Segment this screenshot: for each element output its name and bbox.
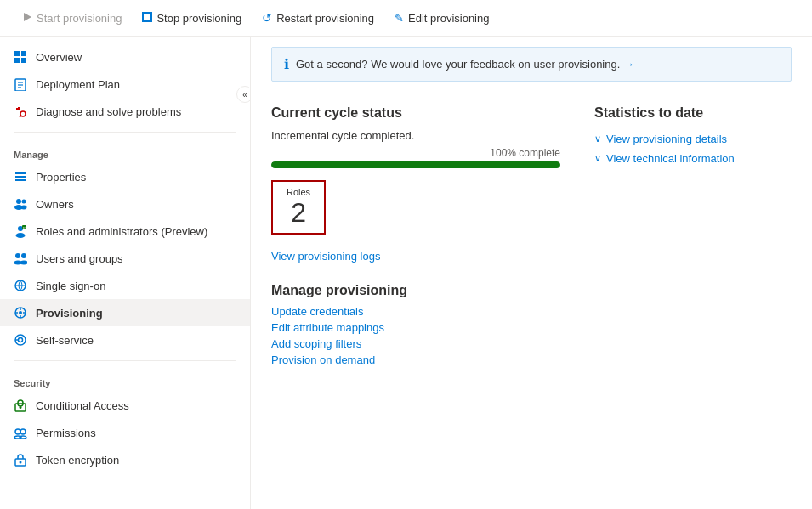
sidebar-item-label: Conditional Access <box>36 399 129 412</box>
top-toolbar: Start provisioning Stop provisioning ↺ R… <box>0 0 812 37</box>
sidebar-item-label: Overview <box>36 51 82 64</box>
sidebar-divider-2 <box>14 360 236 361</box>
svg-marker-0 <box>24 13 31 21</box>
sidebar-divider-1 <box>14 132 236 133</box>
owners-icon <box>14 197 27 211</box>
info-banner-text: Got a second? We would love your feedbac… <box>296 58 634 71</box>
roles-card[interactable]: Roles 2 <box>271 180 326 235</box>
sidebar-item-diagnose[interactable]: Diagnose and solve problems <box>0 98 250 125</box>
conditional-access-icon <box>14 399 27 412</box>
sidebar-item-label: Owners <box>36 198 74 211</box>
sidebar-item-provisioning[interactable]: Provisioning <box>0 299 250 326</box>
chevron-down-icon-1: ∨ <box>594 133 601 144</box>
svg-text:P: P <box>23 226 26 230</box>
restart-icon: ↺ <box>262 11 272 25</box>
token-encryption-icon <box>14 453 27 467</box>
left-column: Current cycle status Incremental cycle c… <box>271 92 560 370</box>
sidebar-item-label: Permissions <box>36 427 96 439</box>
sidebar-item-label: Provisioning <box>36 307 103 320</box>
sidebar-item-label: Self-service <box>36 334 94 347</box>
stop-provisioning-button[interactable]: Stop provisioning <box>133 8 250 29</box>
svg-point-32 <box>19 311 22 314</box>
roles-card-count: 2 <box>291 199 306 226</box>
edit-icon: ✎ <box>395 12 404 25</box>
main-content: ℹ Got a second? We would love your feedb… <box>251 37 812 509</box>
provisioning-icon <box>14 306 27 320</box>
play-icon <box>22 12 32 25</box>
properties-icon <box>14 170 27 184</box>
progress-bar-container <box>271 161 560 168</box>
sidebar-section-manage: Manage <box>0 139 250 163</box>
sidebar-item-sso[interactable]: Single sign-on <box>0 272 250 299</box>
view-provisioning-logs-link[interactable]: View provisioning logs <box>271 250 560 263</box>
view-provisioning-details-label: View provisioning details <box>606 133 727 145</box>
progress-label: 100% complete <box>271 147 560 159</box>
update-credentials-link[interactable]: Update credentials <box>271 305 560 318</box>
sidebar-section-security: Security <box>0 368 250 392</box>
sso-icon <box>14 279 27 292</box>
sidebar-item-owners[interactable]: Owners <box>0 190 250 218</box>
svg-point-27 <box>21 253 26 258</box>
stats-title: Statistics to date <box>594 105 792 121</box>
right-column: Statistics to date ∨ View provisioning d… <box>594 92 792 370</box>
restart-provisioning-button[interactable]: ↺ Restart provisioning <box>253 7 383 29</box>
sidebar-item-deployment[interactable]: Deployment Plan <box>0 71 250 98</box>
stop-icon <box>142 12 152 25</box>
svg-point-42 <box>20 406 22 409</box>
edit-attribute-mappings-link[interactable]: Edit attribute mappings <box>271 321 560 334</box>
provision-on-demand-link[interactable]: Provision on demand <box>271 353 560 366</box>
sidebar-item-roles[interactable]: P Roles and administrators (Preview) <box>0 218 250 245</box>
sidebar-item-label: Roles and administrators (Preview) <box>36 225 207 238</box>
sidebar: « Overview Deployment Plan Diagnose and … <box>0 37 251 509</box>
svg-point-43 <box>15 429 20 434</box>
sidebar-collapse-button[interactable]: « <box>236 86 251 103</box>
permissions-icon <box>14 426 27 439</box>
svg-point-22 <box>16 233 26 238</box>
current-cycle-title: Current cycle status <box>271 105 560 121</box>
sidebar-item-label: Deployment Plan <box>36 78 120 91</box>
svg-point-20 <box>21 206 27 210</box>
info-banner-link[interactable]: → <box>623 58 634 71</box>
sidebar-item-overview[interactable]: Overview <box>0 43 250 71</box>
svg-point-38 <box>19 338 23 342</box>
svg-point-46 <box>20 436 26 439</box>
svg-point-19 <box>22 200 26 204</box>
self-service-icon <box>14 333 27 347</box>
cycle-status-text: Incremental cycle completed. <box>271 129 560 142</box>
svg-rect-2 <box>14 51 20 56</box>
sidebar-item-token-encryption[interactable]: Token encryption <box>0 446 250 473</box>
roles-card-label: Roles <box>287 187 310 197</box>
svg-point-17 <box>16 199 21 204</box>
svg-line-13 <box>20 116 21 117</box>
add-scoping-filters-link[interactable]: Add scoping filters <box>271 337 560 350</box>
progress-bar-fill <box>271 161 560 168</box>
sidebar-item-label: Properties <box>36 171 86 184</box>
sidebar-item-label: Users and groups <box>36 252 123 265</box>
sidebar-item-permissions[interactable]: Permissions <box>0 419 250 446</box>
view-technical-information-item[interactable]: ∨ View technical information <box>594 152 792 165</box>
svg-rect-4 <box>14 58 20 63</box>
sidebar-item-label: Single sign-on <box>36 280 105 292</box>
sidebar-item-properties[interactable]: Properties <box>0 163 250 190</box>
sidebar-item-conditional-access[interactable]: Conditional Access <box>0 392 250 419</box>
svg-point-25 <box>15 253 20 258</box>
sidebar-item-self-service[interactable]: Self-service <box>0 326 250 353</box>
sidebar-item-label: Diagnose and solve problems <box>36 105 181 118</box>
svg-rect-5 <box>21 58 26 63</box>
start-provisioning-button[interactable]: Start provisioning <box>14 8 130 29</box>
info-banner: ℹ Got a second? We would love your feedb… <box>271 47 792 82</box>
roles-icon: P <box>14 224 27 238</box>
chevron-down-icon-2: ∨ <box>594 153 601 164</box>
edit-provisioning-button[interactable]: ✎ Edit provisioning <box>386 8 497 29</box>
sidebar-item-users-groups[interactable]: Users and groups <box>0 245 250 272</box>
svg-point-44 <box>20 429 26 434</box>
manage-provisioning-title: Manage provisioning <box>271 283 560 298</box>
svg-point-48 <box>20 461 22 464</box>
svg-rect-1 <box>143 13 151 21</box>
svg-rect-3 <box>21 51 26 56</box>
view-technical-information-label: View technical information <box>606 152 735 165</box>
svg-point-28 <box>20 261 28 265</box>
overview-icon <box>14 50 27 64</box>
view-provisioning-details-item[interactable]: ∨ View provisioning details <box>594 133 792 145</box>
two-column-layout: Current cycle status Incremental cycle c… <box>271 92 792 370</box>
